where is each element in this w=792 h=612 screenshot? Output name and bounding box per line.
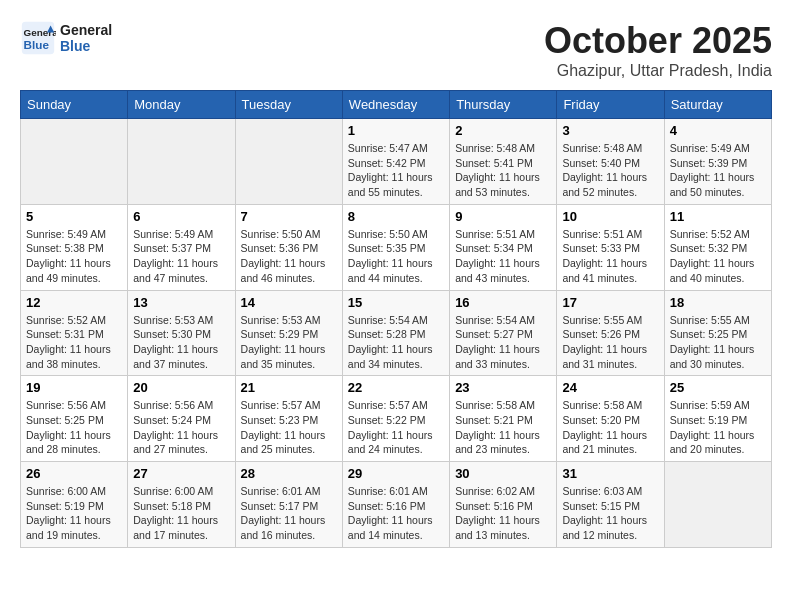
day-number: 28 — [241, 466, 337, 481]
svg-text:Blue: Blue — [24, 38, 50, 51]
day-cell: 14Sunrise: 5:53 AMSunset: 5:29 PMDayligh… — [235, 290, 342, 376]
day-number: 21 — [241, 380, 337, 395]
weekday-header-saturday: Saturday — [664, 91, 771, 119]
logo-general: General — [60, 22, 112, 38]
title-area: October 2025 Ghazipur, Uttar Pradesh, In… — [544, 20, 772, 80]
day-number: 10 — [562, 209, 658, 224]
day-info: Sunrise: 6:01 AMSunset: 5:17 PMDaylight:… — [241, 484, 337, 543]
day-cell: 12Sunrise: 5:52 AMSunset: 5:31 PMDayligh… — [21, 290, 128, 376]
day-number: 4 — [670, 123, 766, 138]
weekday-header-thursday: Thursday — [450, 91, 557, 119]
logo-blue: Blue — [60, 38, 112, 54]
day-info: Sunrise: 5:50 AMSunset: 5:36 PMDaylight:… — [241, 227, 337, 286]
day-cell: 24Sunrise: 5:58 AMSunset: 5:20 PMDayligh… — [557, 376, 664, 462]
day-info: Sunrise: 5:48 AMSunset: 5:41 PMDaylight:… — [455, 141, 551, 200]
day-cell: 31Sunrise: 6:03 AMSunset: 5:15 PMDayligh… — [557, 462, 664, 548]
day-cell: 10Sunrise: 5:51 AMSunset: 5:33 PMDayligh… — [557, 204, 664, 290]
day-cell: 6Sunrise: 5:49 AMSunset: 5:37 PMDaylight… — [128, 204, 235, 290]
day-info: Sunrise: 5:54 AMSunset: 5:27 PMDaylight:… — [455, 313, 551, 372]
day-cell: 2Sunrise: 5:48 AMSunset: 5:41 PMDaylight… — [450, 119, 557, 205]
day-number: 9 — [455, 209, 551, 224]
day-number: 1 — [348, 123, 444, 138]
day-cell: 8Sunrise: 5:50 AMSunset: 5:35 PMDaylight… — [342, 204, 449, 290]
day-info: Sunrise: 5:51 AMSunset: 5:33 PMDaylight:… — [562, 227, 658, 286]
day-info: Sunrise: 5:57 AMSunset: 5:22 PMDaylight:… — [348, 398, 444, 457]
day-info: Sunrise: 5:55 AMSunset: 5:25 PMDaylight:… — [670, 313, 766, 372]
day-number: 18 — [670, 295, 766, 310]
day-number: 2 — [455, 123, 551, 138]
weekday-header-friday: Friday — [557, 91, 664, 119]
day-cell: 30Sunrise: 6:02 AMSunset: 5:16 PMDayligh… — [450, 462, 557, 548]
calendar-table: SundayMondayTuesdayWednesdayThursdayFrid… — [20, 90, 772, 548]
day-number: 27 — [133, 466, 229, 481]
day-cell: 23Sunrise: 5:58 AMSunset: 5:21 PMDayligh… — [450, 376, 557, 462]
day-info: Sunrise: 5:53 AMSunset: 5:30 PMDaylight:… — [133, 313, 229, 372]
day-cell: 19Sunrise: 5:56 AMSunset: 5:25 PMDayligh… — [21, 376, 128, 462]
day-cell — [128, 119, 235, 205]
day-info: Sunrise: 5:47 AMSunset: 5:42 PMDaylight:… — [348, 141, 444, 200]
weekday-header-monday: Monday — [128, 91, 235, 119]
day-cell: 18Sunrise: 5:55 AMSunset: 5:25 PMDayligh… — [664, 290, 771, 376]
day-info: Sunrise: 6:00 AMSunset: 5:18 PMDaylight:… — [133, 484, 229, 543]
weekday-header-sunday: Sunday — [21, 91, 128, 119]
week-row-2: 5Sunrise: 5:49 AMSunset: 5:38 PMDaylight… — [21, 204, 772, 290]
week-row-4: 19Sunrise: 5:56 AMSunset: 5:25 PMDayligh… — [21, 376, 772, 462]
day-cell: 25Sunrise: 5:59 AMSunset: 5:19 PMDayligh… — [664, 376, 771, 462]
day-info: Sunrise: 6:02 AMSunset: 5:16 PMDaylight:… — [455, 484, 551, 543]
day-info: Sunrise: 5:56 AMSunset: 5:24 PMDaylight:… — [133, 398, 229, 457]
weekday-header-tuesday: Tuesday — [235, 91, 342, 119]
day-cell: 17Sunrise: 5:55 AMSunset: 5:26 PMDayligh… — [557, 290, 664, 376]
day-info: Sunrise: 5:58 AMSunset: 5:20 PMDaylight:… — [562, 398, 658, 457]
day-info: Sunrise: 5:49 AMSunset: 5:39 PMDaylight:… — [670, 141, 766, 200]
day-cell — [664, 462, 771, 548]
day-cell: 1Sunrise: 5:47 AMSunset: 5:42 PMDaylight… — [342, 119, 449, 205]
day-cell: 3Sunrise: 5:48 AMSunset: 5:40 PMDaylight… — [557, 119, 664, 205]
day-info: Sunrise: 5:53 AMSunset: 5:29 PMDaylight:… — [241, 313, 337, 372]
day-number: 3 — [562, 123, 658, 138]
day-cell: 9Sunrise: 5:51 AMSunset: 5:34 PMDaylight… — [450, 204, 557, 290]
header: General Blue General Blue October 2025 G… — [20, 20, 772, 80]
day-number: 22 — [348, 380, 444, 395]
week-row-1: 1Sunrise: 5:47 AMSunset: 5:42 PMDaylight… — [21, 119, 772, 205]
day-number: 31 — [562, 466, 658, 481]
day-info: Sunrise: 5:50 AMSunset: 5:35 PMDaylight:… — [348, 227, 444, 286]
day-number: 16 — [455, 295, 551, 310]
day-info: Sunrise: 6:00 AMSunset: 5:19 PMDaylight:… — [26, 484, 122, 543]
day-number: 29 — [348, 466, 444, 481]
day-info: Sunrise: 5:52 AMSunset: 5:32 PMDaylight:… — [670, 227, 766, 286]
week-row-3: 12Sunrise: 5:52 AMSunset: 5:31 PMDayligh… — [21, 290, 772, 376]
day-info: Sunrise: 5:49 AMSunset: 5:38 PMDaylight:… — [26, 227, 122, 286]
day-cell: 11Sunrise: 5:52 AMSunset: 5:32 PMDayligh… — [664, 204, 771, 290]
day-cell: 15Sunrise: 5:54 AMSunset: 5:28 PMDayligh… — [342, 290, 449, 376]
day-number: 14 — [241, 295, 337, 310]
weekday-header-wednesday: Wednesday — [342, 91, 449, 119]
day-info: Sunrise: 6:01 AMSunset: 5:16 PMDaylight:… — [348, 484, 444, 543]
day-cell: 4Sunrise: 5:49 AMSunset: 5:39 PMDaylight… — [664, 119, 771, 205]
logo: General Blue General Blue — [20, 20, 112, 56]
month-title: October 2025 — [544, 20, 772, 62]
day-number: 20 — [133, 380, 229, 395]
day-number: 25 — [670, 380, 766, 395]
day-number: 23 — [455, 380, 551, 395]
day-number: 8 — [348, 209, 444, 224]
day-cell: 28Sunrise: 6:01 AMSunset: 5:17 PMDayligh… — [235, 462, 342, 548]
day-cell: 7Sunrise: 5:50 AMSunset: 5:36 PMDaylight… — [235, 204, 342, 290]
day-info: Sunrise: 5:52 AMSunset: 5:31 PMDaylight:… — [26, 313, 122, 372]
day-info: Sunrise: 6:03 AMSunset: 5:15 PMDaylight:… — [562, 484, 658, 543]
week-row-5: 26Sunrise: 6:00 AMSunset: 5:19 PMDayligh… — [21, 462, 772, 548]
day-cell — [21, 119, 128, 205]
day-info: Sunrise: 5:55 AMSunset: 5:26 PMDaylight:… — [562, 313, 658, 372]
day-number: 24 — [562, 380, 658, 395]
day-info: Sunrise: 5:56 AMSunset: 5:25 PMDaylight:… — [26, 398, 122, 457]
day-number: 30 — [455, 466, 551, 481]
day-info: Sunrise: 5:49 AMSunset: 5:37 PMDaylight:… — [133, 227, 229, 286]
day-cell: 5Sunrise: 5:49 AMSunset: 5:38 PMDaylight… — [21, 204, 128, 290]
day-number: 6 — [133, 209, 229, 224]
day-cell: 22Sunrise: 5:57 AMSunset: 5:22 PMDayligh… — [342, 376, 449, 462]
day-number: 11 — [670, 209, 766, 224]
day-info: Sunrise: 5:54 AMSunset: 5:28 PMDaylight:… — [348, 313, 444, 372]
day-info: Sunrise: 5:48 AMSunset: 5:40 PMDaylight:… — [562, 141, 658, 200]
day-number: 12 — [26, 295, 122, 310]
day-number: 19 — [26, 380, 122, 395]
day-cell: 29Sunrise: 6:01 AMSunset: 5:16 PMDayligh… — [342, 462, 449, 548]
